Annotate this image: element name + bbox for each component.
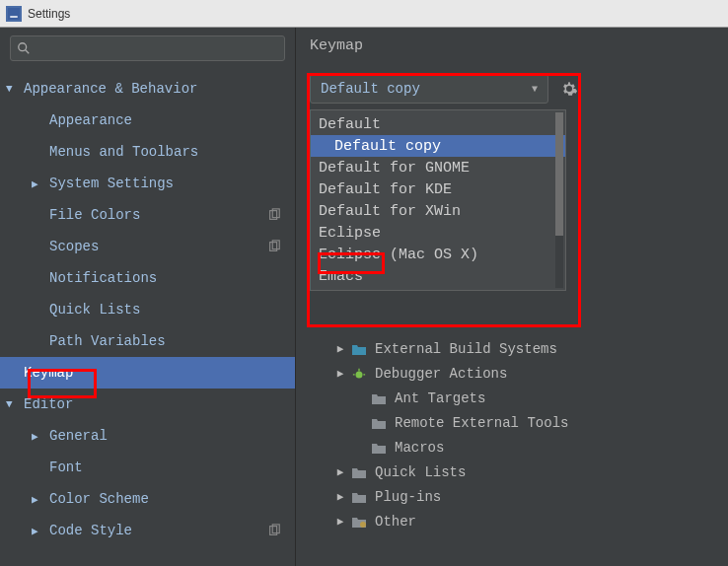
sidebar-item-label: Path Variables	[49, 333, 166, 349]
settings-sidebar: ▼Appearance & BehaviorAppearanceMenus an…	[0, 28, 296, 566]
dropdown-option-eclipse[interactable]: Eclipse	[311, 222, 565, 244]
arrow-icon: ▶	[333, 342, 347, 355]
external-folder-icon	[351, 342, 367, 356]
action-node-plug-ins[interactable]: ▶Plug-ins	[310, 484, 728, 509]
scrollbar-thumb[interactable]	[555, 112, 563, 236]
arrow-icon: ▶	[32, 525, 45, 537]
svg-point-2	[19, 43, 27, 51]
action-node-label: Quick Lists	[375, 464, 466, 480]
keymap-dropdown-list[interactable]: DefaultDefault copyDefault for GNOMEDefa…	[310, 109, 566, 291]
action-node-label: External Build Systems	[375, 341, 557, 357]
arrow-icon: ▶	[32, 177, 45, 190]
arrow-icon: ▼	[6, 398, 20, 410]
sidebar-item-label: Scopes	[49, 239, 99, 254]
arrow-icon: ▶	[333, 367, 347, 380]
sidebar-item-label: Keymap	[24, 365, 73, 381]
sidebar-item-system-settings[interactable]: ▶System Settings	[0, 168, 295, 199]
sidebar-item-label: Color Scheme	[49, 491, 149, 507]
sidebar-item-file-colors[interactable]: File Colors	[0, 199, 295, 231]
folder-icon	[371, 416, 387, 430]
action-node-label: Other	[375, 514, 416, 530]
dropdown-option-default-for-gnome[interactable]: Default for GNOME	[311, 157, 565, 178]
svg-line-3	[26, 50, 30, 54]
dropdown-option-default-for-xwin[interactable]: Default for XWin	[311, 200, 565, 222]
sidebar-item-keymap[interactable]: Keymap	[0, 357, 295, 389]
settings-panel: Keymap Default copy ▼ DefaultDefault cop…	[296, 28, 728, 566]
app-icon	[6, 6, 22, 22]
action-node-external-build-systems[interactable]: ▶External Build Systems	[310, 336, 728, 361]
sidebar-item-label: Appearance & Behavior	[24, 81, 197, 97]
action-node-ant-targets[interactable]: ▶Ant Targets	[310, 386, 728, 410]
folder-icon	[351, 515, 367, 529]
folder-icon	[371, 391, 387, 405]
window-title: Settings	[28, 7, 70, 21]
folder-icon	[351, 465, 367, 479]
action-node-label: Ant Targets	[395, 390, 485, 406]
arrow-icon: ▶	[333, 490, 347, 503]
sidebar-item-label: Quick Lists	[49, 302, 140, 318]
action-node-label: Macros	[395, 440, 444, 456]
action-node-debugger-actions[interactable]: ▶Debugger Actions	[310, 361, 728, 386]
dropdown-option-eclipse-mac-os-x-[interactable]: Eclipse (Mac OS X)	[311, 244, 565, 265]
action-node-quick-lists[interactable]: ▶Quick Lists	[310, 460, 728, 484]
sidebar-item-code-style[interactable]: ▶Code Style	[0, 515, 295, 546]
folder-icon	[351, 490, 367, 504]
action-node-remote-external-tools[interactable]: ▶Remote External Tools	[310, 410, 728, 435]
arrow-icon: ▶	[333, 515, 347, 528]
svg-point-10	[356, 371, 363, 378]
sidebar-item-label: Code Style	[49, 523, 132, 538]
dropdown-scrollbar[interactable]	[555, 112, 563, 288]
sidebar-item-general[interactable]: ▶General	[0, 420, 295, 452]
titlebar: Settings	[0, 0, 728, 28]
copy-icon	[267, 240, 281, 253]
action-node-macros[interactable]: ▶Macros	[310, 435, 728, 460]
panel-title: Keymap	[296, 28, 728, 74]
action-node-label: Debugger Actions	[375, 366, 507, 382]
sidebar-item-appearance-behavior[interactable]: ▼Appearance & Behavior	[0, 73, 295, 105]
dropdown-option-emacs[interactable]: Emacs	[311, 265, 565, 287]
chevron-down-icon: ▼	[532, 84, 538, 95]
svg-rect-0	[8, 8, 20, 20]
gear-button[interactable]	[558, 78, 580, 100]
sidebar-item-editor[interactable]: ▼Editor	[0, 389, 295, 420]
folder-icon	[371, 441, 387, 455]
arrow-icon: ▼	[6, 83, 20, 95]
sidebar-item-notifications[interactable]: Notifications	[0, 262, 295, 294]
sidebar-item-label: Appearance	[49, 112, 132, 128]
sidebar-item-label: Notifications	[49, 270, 157, 286]
sidebar-item-label: File Colors	[49, 207, 140, 223]
sidebar-item-menus-and-toolbars[interactable]: Menus and Toolbars	[0, 136, 295, 168]
arrow-icon: ▶	[32, 430, 45, 443]
settings-tree: ▼Appearance & BehaviorAppearanceMenus an…	[0, 69, 295, 566]
search-input[interactable]	[10, 35, 285, 61]
dropdown-option-default[interactable]: Default	[311, 113, 565, 135]
svg-point-14	[360, 522, 366, 528]
arrow-icon: ▶	[333, 465, 347, 478]
dropdown-selected-label: Default copy	[321, 81, 420, 97]
sidebar-item-path-variables[interactable]: Path Variables	[0, 325, 295, 357]
copy-icon	[267, 208, 281, 222]
sidebar-item-color-scheme[interactable]: ▶Color Scheme	[0, 483, 295, 515]
sidebar-item-label: Font	[49, 460, 83, 475]
action-node-label: Plug-ins	[375, 489, 441, 505]
sidebar-item-appearance[interactable]: Appearance	[0, 105, 295, 136]
dropdown-option-default-for-kde[interactable]: Default for KDE	[311, 178, 565, 200]
sidebar-item-label: Editor	[24, 396, 73, 412]
arrow-icon: ▶	[32, 493, 45, 506]
dropdown-option-default-copy[interactable]: Default copy	[311, 135, 565, 157]
action-node-other[interactable]: ▶Other	[310, 509, 728, 533]
sidebar-item-scopes[interactable]: Scopes	[0, 231, 295, 262]
sidebar-item-quick-lists[interactable]: Quick Lists	[0, 294, 295, 325]
gear-icon	[560, 80, 578, 98]
sidebar-item-label: System Settings	[49, 176, 174, 191]
search-icon	[17, 41, 31, 55]
bug-icon	[351, 367, 367, 381]
svg-rect-1	[10, 16, 18, 18]
action-node-label: Remote External Tools	[395, 415, 568, 431]
sidebar-item-font[interactable]: Font	[0, 452, 295, 483]
copy-icon	[267, 524, 281, 537]
sidebar-item-label: Menus and Toolbars	[49, 144, 198, 160]
keymap-dropdown[interactable]: Default copy ▼	[310, 74, 548, 104]
sidebar-item-label: General	[49, 428, 108, 444]
